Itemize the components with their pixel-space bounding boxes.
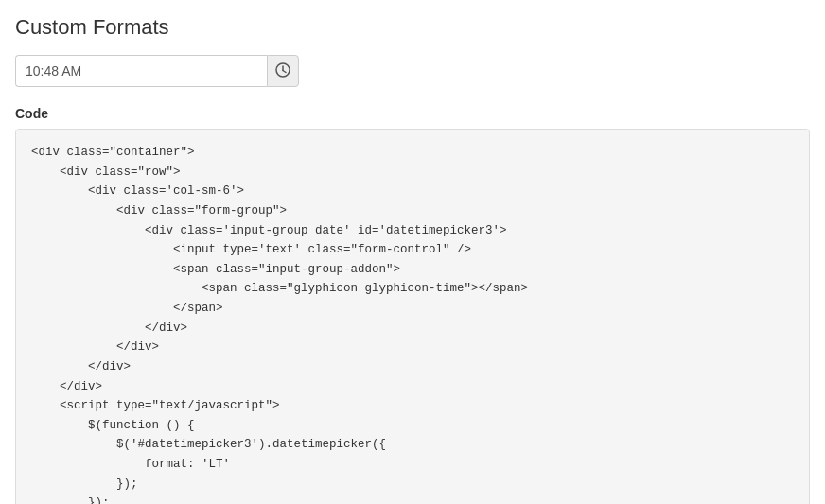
code-section-label: Code	[15, 106, 810, 121]
code-block: <div class="container"> <div class="row"…	[15, 129, 810, 504]
svg-line-2	[283, 70, 286, 72]
time-picker-button[interactable]	[267, 55, 299, 87]
time-input[interactable]: 10:48 AM	[15, 55, 267, 87]
time-input-group: 10:48 AM	[15, 55, 299, 87]
page-title: Custom Formats	[15, 15, 810, 40]
clock-icon	[275, 62, 290, 80]
